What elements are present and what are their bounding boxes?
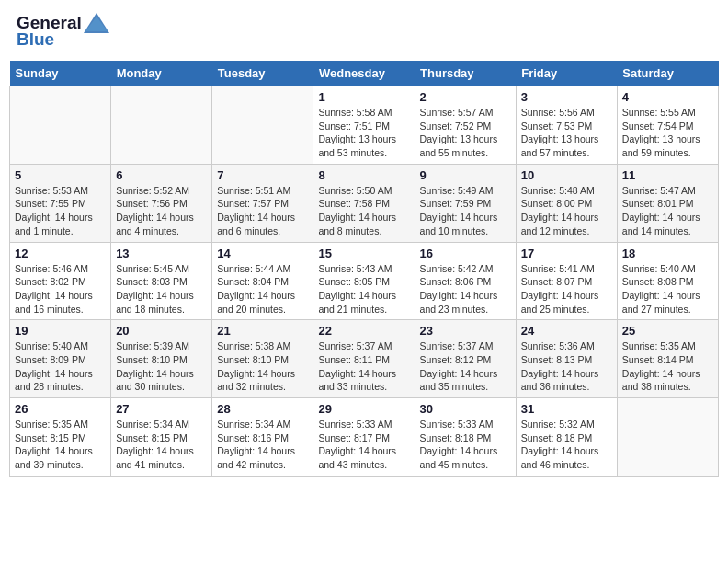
day-number: 21 xyxy=(217,324,308,338)
day-number: 3 xyxy=(521,90,612,104)
day-number: 17 xyxy=(521,247,612,260)
svg-marker-1 xyxy=(85,17,108,31)
calendar-week-3: 12Sunrise: 5:46 AM Sunset: 8:02 PM Dayli… xyxy=(10,242,719,320)
day-info: Sunrise: 5:42 AM Sunset: 8:06 PM Dayligh… xyxy=(420,262,511,316)
calendar-cell: 27Sunrise: 5:34 AM Sunset: 8:15 PM Dayli… xyxy=(111,398,212,477)
day-info: Sunrise: 5:36 AM Sunset: 8:13 PM Dayligh… xyxy=(521,339,612,394)
day-header-monday: Monday xyxy=(111,61,212,86)
day-info: Sunrise: 5:35 AM Sunset: 8:15 PM Dayligh… xyxy=(15,418,106,472)
day-info: Sunrise: 5:37 AM Sunset: 8:11 PM Dayligh… xyxy=(318,339,409,394)
day-number: 8 xyxy=(318,168,409,182)
calendar-cell: 3Sunrise: 5:56 AM Sunset: 7:53 PM Daylig… xyxy=(516,86,617,165)
calendar-cell xyxy=(212,86,313,165)
calendar-cell: 19Sunrise: 5:40 AM Sunset: 8:09 PM Dayli… xyxy=(10,320,111,398)
calendar-cell: 12Sunrise: 5:46 AM Sunset: 8:02 PM Dayli… xyxy=(10,242,111,320)
calendar-cell: 18Sunrise: 5:40 AM Sunset: 8:08 PM Dayli… xyxy=(617,242,718,320)
logo: General Blue xyxy=(17,13,109,50)
calendar-cell: 16Sunrise: 5:42 AM Sunset: 8:06 PM Dayli… xyxy=(415,242,516,320)
calendar-week-5: 26Sunrise: 5:35 AM Sunset: 8:15 PM Dayli… xyxy=(10,398,719,477)
day-header-sunday: Sunday xyxy=(10,61,111,86)
day-number: 26 xyxy=(15,402,106,416)
calendar-cell: 15Sunrise: 5:43 AM Sunset: 8:05 PM Dayli… xyxy=(313,242,415,320)
day-info: Sunrise: 5:33 AM Sunset: 8:17 PM Dayligh… xyxy=(318,418,409,472)
logo-blue-text: Blue xyxy=(17,29,54,50)
calendar-cell: 20Sunrise: 5:39 AM Sunset: 8:10 PM Dayli… xyxy=(111,320,212,398)
day-header-tuesday: Tuesday xyxy=(212,61,313,86)
day-number: 2 xyxy=(420,90,511,104)
day-info: Sunrise: 5:35 AM Sunset: 8:14 PM Dayligh… xyxy=(622,339,713,394)
logo-icon xyxy=(84,13,109,33)
calendar-cell xyxy=(617,398,718,477)
day-number: 11 xyxy=(622,168,713,182)
day-info: Sunrise: 5:51 AM Sunset: 7:57 PM Dayligh… xyxy=(217,184,308,238)
day-info: Sunrise: 5:32 AM Sunset: 8:18 PM Dayligh… xyxy=(521,418,612,472)
calendar-cell: 21Sunrise: 5:38 AM Sunset: 8:10 PM Dayli… xyxy=(212,320,313,398)
day-number: 27 xyxy=(116,402,207,416)
calendar-cell: 22Sunrise: 5:37 AM Sunset: 8:11 PM Dayli… xyxy=(313,320,415,398)
day-number: 30 xyxy=(420,402,511,416)
day-info: Sunrise: 5:56 AM Sunset: 7:53 PM Dayligh… xyxy=(521,106,612,160)
day-header-wednesday: Wednesday xyxy=(313,61,415,86)
calendar-cell: 31Sunrise: 5:32 AM Sunset: 8:18 PM Dayli… xyxy=(516,398,617,477)
calendar-header-row: SundayMondayTuesdayWednesdayThursdayFrid… xyxy=(10,61,719,86)
day-info: Sunrise: 5:48 AM Sunset: 8:00 PM Dayligh… xyxy=(521,184,612,238)
day-info: Sunrise: 5:49 AM Sunset: 7:59 PM Dayligh… xyxy=(420,184,511,238)
calendar-week-1: 1Sunrise: 5:58 AM Sunset: 7:51 PM Daylig… xyxy=(10,86,719,165)
day-header-saturday: Saturday xyxy=(617,61,718,86)
day-number: 9 xyxy=(420,168,511,182)
calendar-cell xyxy=(111,86,212,165)
day-number: 6 xyxy=(116,168,207,182)
day-info: Sunrise: 5:34 AM Sunset: 8:16 PM Dayligh… xyxy=(217,418,308,472)
calendar-cell: 25Sunrise: 5:35 AM Sunset: 8:14 PM Dayli… xyxy=(617,320,718,398)
day-number: 25 xyxy=(622,324,713,338)
calendar-cell: 29Sunrise: 5:33 AM Sunset: 8:17 PM Dayli… xyxy=(313,398,415,477)
calendar-cell: 10Sunrise: 5:48 AM Sunset: 8:00 PM Dayli… xyxy=(516,164,617,242)
day-number: 5 xyxy=(15,168,106,182)
calendar-cell: 24Sunrise: 5:36 AM Sunset: 8:13 PM Dayli… xyxy=(516,320,617,398)
day-info: Sunrise: 5:47 AM Sunset: 8:01 PM Dayligh… xyxy=(622,184,713,238)
calendar-cell: 26Sunrise: 5:35 AM Sunset: 8:15 PM Dayli… xyxy=(10,398,111,477)
calendar-cell: 4Sunrise: 5:55 AM Sunset: 7:54 PM Daylig… xyxy=(617,86,718,165)
calendar-cell: 7Sunrise: 5:51 AM Sunset: 7:57 PM Daylig… xyxy=(212,164,313,242)
day-header-friday: Friday xyxy=(516,61,617,86)
day-info: Sunrise: 5:53 AM Sunset: 7:55 PM Dayligh… xyxy=(15,184,106,238)
day-number: 31 xyxy=(521,402,612,416)
day-number: 12 xyxy=(15,247,106,260)
day-number: 1 xyxy=(318,90,409,104)
day-number: 16 xyxy=(420,247,511,260)
calendar-cell: 30Sunrise: 5:33 AM Sunset: 8:18 PM Dayli… xyxy=(415,398,516,477)
calendar-cell: 5Sunrise: 5:53 AM Sunset: 7:55 PM Daylig… xyxy=(10,164,111,242)
day-number: 23 xyxy=(420,324,511,338)
day-info: Sunrise: 5:40 AM Sunset: 8:08 PM Dayligh… xyxy=(622,262,713,316)
day-number: 18 xyxy=(622,247,713,260)
day-number: 24 xyxy=(521,324,612,338)
calendar-cell: 13Sunrise: 5:45 AM Sunset: 8:03 PM Dayli… xyxy=(111,242,212,320)
calendar-cell: 11Sunrise: 5:47 AM Sunset: 8:01 PM Dayli… xyxy=(617,164,718,242)
calendar-cell: 17Sunrise: 5:41 AM Sunset: 8:07 PM Dayli… xyxy=(516,242,617,320)
day-info: Sunrise: 5:37 AM Sunset: 8:12 PM Dayligh… xyxy=(420,339,511,394)
day-info: Sunrise: 5:40 AM Sunset: 8:09 PM Dayligh… xyxy=(15,339,106,394)
day-number: 19 xyxy=(15,324,106,338)
calendar-cell: 1Sunrise: 5:58 AM Sunset: 7:51 PM Daylig… xyxy=(313,86,415,165)
day-number: 10 xyxy=(521,168,612,182)
day-number: 13 xyxy=(116,247,207,260)
day-info: Sunrise: 5:41 AM Sunset: 8:07 PM Dayligh… xyxy=(521,262,612,316)
calendar-week-2: 5Sunrise: 5:53 AM Sunset: 7:55 PM Daylig… xyxy=(10,164,719,242)
day-header-thursday: Thursday xyxy=(415,61,516,86)
day-number: 22 xyxy=(318,324,409,338)
calendar-cell: 6Sunrise: 5:52 AM Sunset: 7:56 PM Daylig… xyxy=(111,164,212,242)
calendar-week-4: 19Sunrise: 5:40 AM Sunset: 8:09 PM Dayli… xyxy=(10,320,719,398)
day-info: Sunrise: 5:50 AM Sunset: 7:58 PM Dayligh… xyxy=(318,184,409,238)
day-number: 14 xyxy=(217,247,308,260)
day-info: Sunrise: 5:55 AM Sunset: 7:54 PM Dayligh… xyxy=(622,106,713,160)
day-info: Sunrise: 5:34 AM Sunset: 8:15 PM Dayligh… xyxy=(116,418,207,472)
day-info: Sunrise: 5:57 AM Sunset: 7:52 PM Dayligh… xyxy=(420,106,511,160)
day-info: Sunrise: 5:58 AM Sunset: 7:51 PM Dayligh… xyxy=(318,106,409,160)
calendar-cell: 9Sunrise: 5:49 AM Sunset: 7:59 PM Daylig… xyxy=(415,164,516,242)
day-info: Sunrise: 5:39 AM Sunset: 8:10 PM Dayligh… xyxy=(116,339,207,394)
day-number: 20 xyxy=(116,324,207,338)
day-info: Sunrise: 5:44 AM Sunset: 8:04 PM Dayligh… xyxy=(217,262,308,316)
day-info: Sunrise: 5:45 AM Sunset: 8:03 PM Dayligh… xyxy=(116,262,207,316)
day-number: 7 xyxy=(217,168,308,182)
day-info: Sunrise: 5:43 AM Sunset: 8:05 PM Dayligh… xyxy=(318,262,409,316)
